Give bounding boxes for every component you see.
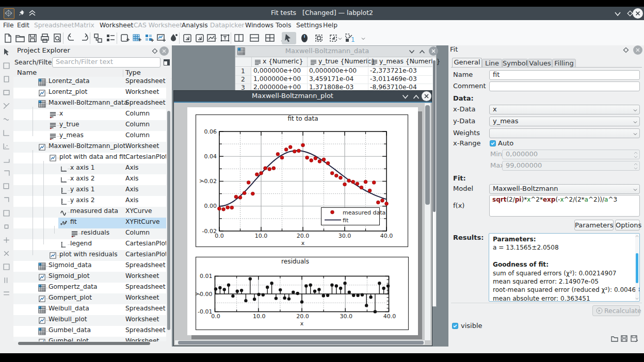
svg-text:0.0: 0.0 bbox=[215, 233, 224, 239]
svg-text:y: y bbox=[194, 292, 200, 295]
tree-row-Lorentz_plot[interactable]: Lorentz_plotWorksheet bbox=[13, 88, 166, 98]
labplot-screenshot: Fit tests [Changed] — labplot2 File Edit… bbox=[0, 0, 644, 362]
tree-row-x axis 1[interactable]: x axis 1Axis bbox=[13, 163, 166, 174]
combo-weights[interactable] bbox=[489, 128, 640, 138]
left-toolbar bbox=[0, 45, 14, 347]
svg-text:fit: fit bbox=[343, 217, 349, 224]
tree-row-measured data[interactable]: measured dataXYCurve bbox=[13, 207, 166, 218]
svg-text:y: y bbox=[198, 179, 204, 183]
tree-hscroll bbox=[14, 341, 170, 345]
worksheet-window: Maxwell-Boltzmann_plot fit to data 0.06 … bbox=[173, 90, 432, 346]
svg-text:0.02: 0.02 bbox=[204, 178, 217, 185]
svg-text:0.00: 0.00 bbox=[200, 291, 213, 298]
worksheet-plots: fit to data 0.06 0.04 0.02 0.00 -0.02 0.… bbox=[187, 107, 418, 335]
svg-text:measured data: measured data bbox=[343, 209, 385, 216]
tree-row-y axis 1[interactable]: y axis 1Axis bbox=[13, 185, 166, 196]
svg-text:20.0: 20.0 bbox=[296, 313, 309, 320]
titlebar: Fit tests [Changed] — labplot2 bbox=[0, 7, 644, 21]
svg-text:40.0: 40.0 bbox=[383, 313, 396, 320]
tree-row-y_meas[interactable]: y_measColumn bbox=[13, 131, 166, 142]
svg-text:0.04: 0.04 bbox=[204, 153, 217, 160]
tree-row-y axis 2[interactable]: y axis 2Axis bbox=[13, 196, 166, 207]
spin-max: 99,000000 bbox=[502, 161, 640, 171]
tree-row-plot with data and fit[interactable]: plot with data and fitCartesianPlot bbox=[13, 153, 166, 163]
svg-text:10.0: 10.0 bbox=[253, 313, 266, 320]
svg-text:10.0: 10.0 bbox=[255, 233, 268, 239]
tree-row-Weibull_data[interactable]: Weibull_dataSpreadsheet bbox=[13, 304, 166, 315]
tree-row-x[interactable]: xColumn bbox=[13, 109, 166, 120]
tree-row-Gumbel_data[interactable]: Gumbel_dataSpreadsheet bbox=[13, 326, 166, 337]
svg-text:0.00: 0.00 bbox=[204, 203, 217, 209]
svg-text:30.0: 30.0 bbox=[339, 233, 351, 239]
search-input[interactable]: Search/Filter text bbox=[52, 57, 160, 68]
combo-ydata[interactable]: y_meas bbox=[489, 117, 640, 126]
spin-min: 0,000000 bbox=[502, 150, 640, 159]
svg-text:x: x bbox=[301, 240, 305, 246]
tree-row-x axis 2[interactable]: x axis 2Axis bbox=[13, 174, 166, 185]
svg-text:fit to data: fit to data bbox=[288, 115, 318, 122]
tree-row-Sigmoid_plot[interactable]: Sigmoid_plotWorksheet bbox=[13, 272, 166, 283]
svg-text:30.0: 30.0 bbox=[340, 313, 353, 320]
tree-row-fit[interactable]: fitXYFitCurve bbox=[13, 218, 166, 228]
svg-text:1: 1 bbox=[351, 36, 355, 43]
tree-vscroll bbox=[167, 78, 171, 345]
input-name[interactable]: fit bbox=[489, 70, 640, 80]
svg-text:0.06: 0.06 bbox=[204, 128, 217, 135]
tree-row-legend[interactable]: legendCartesianPlotL bbox=[13, 239, 166, 250]
svg-text:20.0: 20.0 bbox=[297, 233, 310, 239]
combo-xdata[interactable]: x bbox=[489, 105, 640, 114]
tree-row-Gompertz_data[interactable]: Gompertz_dataSpreadsheet bbox=[13, 283, 166, 293]
tree-row-Maxwell-Boltzmann_data[interactable]: Maxwell-Boltzmann_dataSpreadsheet bbox=[13, 98, 166, 109]
svg-text:residuals: residuals bbox=[281, 258, 309, 265]
input-comment[interactable] bbox=[489, 81, 640, 91]
tree-row-residuals[interactable]: residualsColumn bbox=[13, 228, 166, 239]
svg-text:40.0: 40.0 bbox=[380, 233, 393, 239]
tree-row-Lorentz_data[interactable]: Lorentz_dataSpreadsheet bbox=[13, 77, 166, 88]
worksheet-page: fit to data 0.06 0.04 0.02 0.00 -0.02 0.… bbox=[187, 107, 418, 335]
tree-row-Gumbel_plot[interactable]: Gumbel_plotWorksheet bbox=[13, 337, 166, 341]
toolbar: 1 bbox=[0, 32, 644, 45]
svg-text:0.01: 0.01 bbox=[200, 273, 213, 279]
menubar: File Edit Spreadsheet Matrix Worksheet C… bbox=[0, 20, 644, 32]
tree-row-y_true[interactable]: y_trueColumn bbox=[13, 120, 166, 131]
recalculate[interactable]: Recalculate bbox=[592, 305, 640, 316]
svg-text:-0.01: -0.01 bbox=[198, 308, 212, 315]
svg-text:x: x bbox=[300, 320, 304, 327]
tree-row-Sigmoid_data[interactable]: Sigmoid_dataSpreadsheet bbox=[13, 261, 166, 272]
tree-row-plot with residuals[interactable]: plot with residualsCartesianPlot bbox=[13, 250, 166, 261]
bottom-strip bbox=[0, 347, 644, 353]
results-box: Parameters:a = 13.1565±2.0508Goodness of… bbox=[489, 233, 640, 302]
combo-model[interactable]: Maxwell-Boltzmann bbox=[489, 184, 640, 194]
tree-row-Maxwell-Boltzmann_plot[interactable]: Maxwell-Boltzmann_plotWorksheet bbox=[13, 142, 166, 153]
tree-row-Weibull_plot[interactable]: Weibull_plotWorksheet bbox=[13, 315, 166, 326]
tree-row-Gompert_plot[interactable]: Gompert_plotWorksheet bbox=[13, 293, 166, 304]
svg-text:0.0: 0.0 bbox=[211, 313, 220, 320]
